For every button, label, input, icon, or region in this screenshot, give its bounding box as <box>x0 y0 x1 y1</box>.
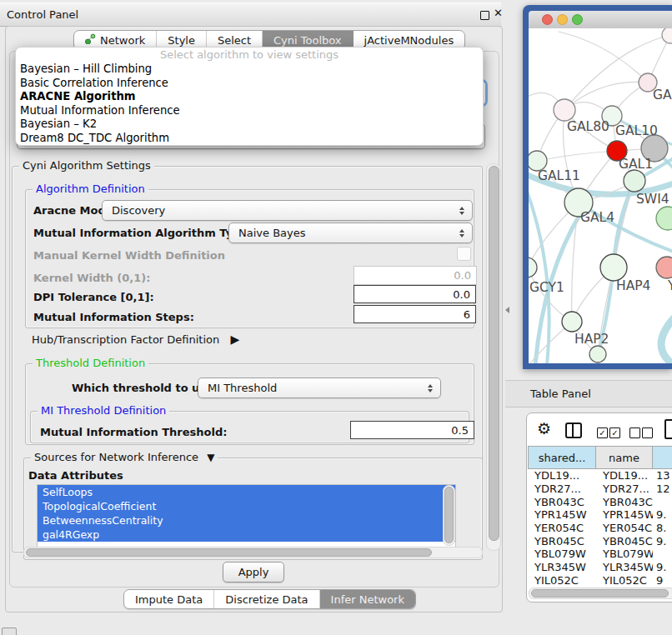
mi-steps-value: 6 <box>464 308 470 321</box>
table-cell: YIL052C <box>596 574 653 588</box>
table-row[interactable]: YER054CYER054C8. <box>528 522 672 535</box>
attributes-scrollbar[interactable] <box>443 485 455 546</box>
table-hscrollbar-thumb[interactable] <box>531 589 669 598</box>
minimize-traffic-icon[interactable] <box>557 14 568 25</box>
network-node-hap2[interactable] <box>562 312 582 332</box>
network-window-titlebar[interactable] <box>529 11 672 29</box>
network-canvas[interactable]: GALGAL80GAL10GAL1GAL11SWI4GAL4GCY1HAP4YH… <box>529 28 672 363</box>
column-header-extra[interactable] <box>653 446 672 469</box>
table-cell: YBR045C <box>596 534 653 548</box>
cyni-tab-discretize-data-label: Discretize Data <box>225 593 308 606</box>
attribute-item-gal4rgexp[interactable]: gal4RGexp <box>38 528 455 542</box>
table-cell <box>653 495 672 508</box>
table-row[interactable]: YDL19...YDL19...13 <box>528 469 672 482</box>
data-attributes-list[interactable]: SelfLoopsTopologicalCoefficientBetweenne… <box>37 484 456 548</box>
threshold-definition-title: Threshold Definition <box>33 357 148 369</box>
dropdown-item-bayesian-k2[interactable]: Bayesian – K2 <box>16 118 483 132</box>
split-columns-icon[interactable] <box>565 422 582 438</box>
close-traffic-icon[interactable] <box>542 14 553 25</box>
mi-steps-field[interactable]: 6 <box>354 305 476 323</box>
column-header-shared[interactable]: shared... <box>528 446 596 469</box>
table-cell: YBR045C <box>528 534 596 548</box>
network-node-y[interactable] <box>656 257 672 278</box>
dropdown-item-list: Bayesian – Hill ClimbingBasic Correlatio… <box>16 62 483 145</box>
table-row[interactable]: YBR045CYBR045C9. <box>528 534 672 548</box>
table-row[interactable]: YBR043CYBR043C <box>528 495 672 508</box>
control-panel-title: Control Panel <box>7 8 78 21</box>
float-icon[interactable] <box>480 11 489 20</box>
checked-box-icon-1[interactable]: ✓ <box>597 428 608 438</box>
table-panel-title: Table Panel <box>505 388 591 400</box>
sources-toggle[interactable]: Sources for Network Inference ▼ <box>31 451 218 463</box>
table-cell: YER054C <box>528 522 596 535</box>
table-row[interactable]: YBL079WYBL079W <box>528 548 672 561</box>
column-header-name[interactable]: name <box>596 446 653 469</box>
table-row[interactable]: YLR345WYLR345W9. <box>528 561 672 574</box>
checked-box-icon-2[interactable]: ✓ <box>609 428 620 438</box>
table-row[interactable]: YDR27...YDR27...12 <box>528 482 672 496</box>
attribute-item-topologicalcoefficient[interactable]: TopologicalCoefficient <box>38 499 455 513</box>
network-edge[interactable] <box>559 32 648 82</box>
splitter-collapse-icon[interactable] <box>505 307 509 313</box>
dropdown-item-mutual-information-inference[interactable]: Mutual Information Inference <box>16 104 483 118</box>
mi-type-label: Mutual Information Algorithm Type: <box>33 227 253 239</box>
apply-button[interactable]: Apply <box>223 562 284 582</box>
minimized-panel-button[interactable] <box>2 628 17 635</box>
dropdown-item-aracne-algorithm[interactable]: ARACNE Algorithm <box>16 90 483 104</box>
settings-vscrollbar[interactable] <box>486 163 501 551</box>
unchecked-box-icon-2[interactable] <box>642 428 653 438</box>
zoom-traffic-icon[interactable] <box>572 14 583 25</box>
table-cell: YBL079W <box>596 548 653 561</box>
network-edge[interactable] <box>661 318 672 363</box>
which-threshold-combo[interactable]: MI Threshold <box>198 378 441 398</box>
node-label-gal1: GAL1 <box>619 157 653 172</box>
mi-threshold-value: 0.5 <box>451 424 469 437</box>
document-icon[interactable] <box>664 419 672 439</box>
attribute-item-betweennesscentrality[interactable]: BetweennessCentrality <box>38 513 455 528</box>
apply-button-label: Apply <box>238 566 269 578</box>
sources-title: Sources for Network Inference <box>34 451 198 463</box>
network-node-hap4[interactable] <box>600 254 627 281</box>
mi-steps-label: Mutual Information Steps: <box>33 311 194 323</box>
network-node-gcy1[interactable] <box>529 258 537 278</box>
aracne-mode-combo[interactable]: Discovery <box>102 200 473 221</box>
table-cell: YLR345W <box>596 561 653 574</box>
close-icon[interactable]: ✕ <box>494 7 503 19</box>
cyni-tab-discretize-data[interactable]: Discretize Data <box>214 590 319 608</box>
unchecked-box-icon-1[interactable] <box>629 428 640 438</box>
network-node[interactable] <box>589 346 606 362</box>
combo-spinner-icon <box>459 229 472 238</box>
cyni-tab-infer-network[interactable]: Infer Network <box>320 590 415 608</box>
node-label-gcy1: GCY1 <box>529 280 564 295</box>
dropdown-item-basic-correlation-inference[interactable]: Basic Correlation Inference <box>16 77 483 91</box>
mi-type-combo[interactable]: Naive Bayes <box>228 222 473 243</box>
network-node-swi4[interactable] <box>624 170 645 192</box>
settings-hscrollbar[interactable] <box>23 547 483 558</box>
table-row[interactable]: YIL052CYIL052C9 <box>528 574 672 588</box>
attributes-scrollbar-thumb[interactable] <box>444 487 454 543</box>
cyni-tab-impute-data[interactable]: Impute Data <box>124 590 214 608</box>
network-node-gal80[interactable] <box>554 99 575 121</box>
dpi-tolerance-field[interactable]: 0.0 <box>354 285 476 303</box>
network-node[interactable] <box>662 28 672 43</box>
manual-kernel-checkbox[interactable] <box>457 247 471 261</box>
network-node[interactable] <box>656 207 672 230</box>
settings-vscrollbar-thumb[interactable] <box>489 166 499 541</box>
node-label-y: Y <box>667 278 672 293</box>
attribute-item-selfloops[interactable]: SelfLoops <box>38 485 455 499</box>
node-label-gal4: GAL4 <box>580 210 614 225</box>
table-row[interactable]: YPR145WYPR145W9. <box>528 508 672 522</box>
table-hscrollbar[interactable] <box>529 588 672 599</box>
mi-threshold-field[interactable]: 0.5 <box>350 421 474 439</box>
node-label-hap4: HAP4 <box>616 278 650 293</box>
kernel-width-field[interactable]: 0.0 <box>354 266 477 285</box>
settings-hscrollbar-thumb[interactable] <box>26 548 432 557</box>
network-edge[interactable] <box>537 151 617 161</box>
gear-icon[interactable]: ⚙ <box>537 419 551 438</box>
table-cell: YER054C <box>596 522 653 535</box>
cyni-bottom-tabbar: Impute DataDiscretize DataInfer Network <box>123 589 416 609</box>
hub-definition-toggle[interactable]: Hub/Transcription Factor Definition ▶ <box>32 332 239 346</box>
dropdown-item-dream8-dc-tdc-algorithm[interactable]: Dream8 DC_TDC Algorithm <box>16 132 483 146</box>
dropdown-item-bayesian-hill-climbing[interactable]: Bayesian – Hill Climbing <box>16 62 483 77</box>
algorithm-dropdown-popup: Select algorithm to view settings Bayesi… <box>15 47 484 146</box>
